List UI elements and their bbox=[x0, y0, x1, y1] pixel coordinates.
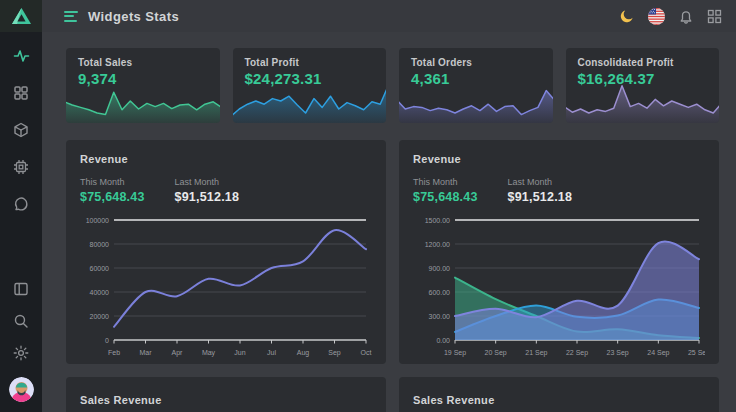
svg-text:19 Sep: 19 Sep bbox=[444, 349, 466, 357]
triangle-logo-icon bbox=[11, 7, 32, 25]
total-orders-sparkline bbox=[399, 77, 553, 123]
stat-label: Consolidated Profit bbox=[578, 57, 708, 68]
chat-icon bbox=[13, 196, 29, 212]
avatar-image bbox=[9, 377, 34, 402]
svg-text:Apr: Apr bbox=[172, 349, 184, 357]
revenue-summary: This Month $75,648.43 Last Month $91,512… bbox=[413, 177, 705, 204]
sidebar-item-widgets[interactable] bbox=[13, 85, 29, 101]
svg-text:24 Sep: 24 Sep bbox=[647, 349, 669, 357]
svg-text:20 Sep: 20 Sep bbox=[485, 349, 507, 357]
last-month-value: $91,512.18 bbox=[508, 190, 573, 204]
apps-icon[interactable] bbox=[707, 9, 722, 24]
sidebar-item-products[interactable] bbox=[13, 122, 29, 138]
svg-text:100000: 100000 bbox=[86, 217, 109, 224]
svg-text:1500.00: 1500.00 bbox=[425, 217, 450, 224]
card-title: Revenue bbox=[80, 153, 372, 165]
last-month-group: Last Month $91,512.18 bbox=[508, 177, 573, 204]
us-flag-icon[interactable] bbox=[648, 8, 665, 25]
svg-text:0.00: 0.00 bbox=[436, 337, 450, 344]
bell-icon[interactable] bbox=[678, 8, 694, 24]
last-month-group: Last Month $91,512.18 bbox=[175, 177, 240, 204]
sales-revenue-left-card: Sales Revenue $9,641.26 bbox=[66, 377, 386, 412]
user-avatar[interactable] bbox=[9, 377, 34, 402]
sidebar-item-dashboard[interactable] bbox=[13, 48, 30, 64]
this-month-value: $75,648.43 bbox=[80, 190, 145, 204]
revenue-summary: This Month $75,648.43 Last Month $91,512… bbox=[80, 177, 372, 204]
header-actions bbox=[619, 8, 722, 25]
svg-text:40000: 40000 bbox=[90, 289, 110, 296]
menu-icon[interactable] bbox=[64, 8, 78, 24]
stat-card-total-profit: Total Profit $24,273.31 bbox=[233, 48, 387, 123]
sidebar-item-messages[interactable] bbox=[13, 196, 29, 212]
svg-text:300.00: 300.00 bbox=[429, 313, 451, 320]
sidebar bbox=[0, 0, 42, 412]
top-header: Widgets Stats bbox=[42, 0, 736, 32]
sales-revenue-right-card: Sales Revenue $9,641.26 bbox=[399, 377, 719, 412]
stat-card-total-orders: Total Orders 4,361 bbox=[399, 48, 553, 123]
svg-text:May: May bbox=[202, 349, 216, 357]
sidebar-nav bbox=[13, 48, 30, 212]
activity-icon bbox=[13, 48, 30, 64]
svg-text:23 Sep: 23 Sep bbox=[607, 349, 629, 357]
app-logo[interactable] bbox=[0, 0, 42, 32]
svg-text:Jul: Jul bbox=[267, 349, 276, 356]
app-root: Widgets Stats bbox=[0, 0, 736, 412]
this-month-group: This Month $75,648.43 bbox=[413, 177, 478, 204]
this-month-label: This Month bbox=[413, 177, 478, 187]
revenue-daily-chart: 0.00300.00600.00900.001200.001500.0019 S… bbox=[413, 210, 705, 360]
settings-icon bbox=[13, 345, 29, 361]
sidebar-item-system[interactable] bbox=[13, 159, 29, 175]
svg-text:60000: 60000 bbox=[90, 265, 110, 272]
total-profit-sparkline bbox=[233, 77, 387, 123]
svg-text:Jun: Jun bbox=[234, 349, 245, 356]
page-title: Widgets Stats bbox=[88, 9, 179, 24]
revenue-monthly-card: Revenue This Month $75,648.43 Last Month… bbox=[66, 140, 386, 364]
this-month-group: This Month $75,648.43 bbox=[80, 177, 145, 204]
stat-card-consolidated-profit: Consolidated Profit $16,264.37 bbox=[566, 48, 720, 123]
card-title: Revenue bbox=[413, 153, 705, 165]
svg-text:1200.00: 1200.00 bbox=[425, 241, 450, 248]
revenue-daily-card: Revenue This Month $75,648.43 Last Month… bbox=[399, 140, 719, 364]
sidebar-item-settings[interactable] bbox=[13, 345, 29, 361]
last-month-value: $91,512.18 bbox=[175, 190, 240, 204]
main-area: Widgets Stats bbox=[42, 0, 736, 412]
this-month-value: $75,648.43 bbox=[413, 190, 478, 204]
total-sales-sparkline bbox=[66, 77, 220, 123]
svg-text:20000: 20000 bbox=[90, 313, 110, 320]
bottom-row: Sales Revenue $9,641.26 Sales Revenue $9… bbox=[66, 377, 719, 412]
svg-text:900.00: 900.00 bbox=[429, 265, 451, 272]
search-icon bbox=[13, 313, 29, 329]
revenue-monthly-chart: 020000400006000080000100000FebMarAprMayJ… bbox=[80, 210, 372, 360]
sidebar-item-layout[interactable] bbox=[13, 281, 29, 297]
stats-row: Total Sales 9,374 Total Profit $24,273.3… bbox=[66, 48, 719, 123]
layout-icon bbox=[13, 281, 29, 297]
svg-text:Feb: Feb bbox=[108, 349, 120, 356]
cpu-icon bbox=[13, 159, 29, 175]
svg-text:22 Sep: 22 Sep bbox=[566, 349, 588, 357]
svg-text:Sep: Sep bbox=[328, 349, 341, 357]
svg-text:80000: 80000 bbox=[90, 241, 110, 248]
stat-card-total-sales: Total Sales 9,374 bbox=[66, 48, 220, 123]
sidebar-item-search[interactable] bbox=[13, 313, 29, 329]
last-month-label: Last Month bbox=[175, 177, 240, 187]
sidebar-bottom bbox=[9, 281, 34, 412]
card-title: Sales Revenue bbox=[80, 394, 162, 406]
stat-label: Total Profit bbox=[245, 57, 375, 68]
moon-icon[interactable] bbox=[619, 8, 635, 24]
svg-text:0: 0 bbox=[105, 337, 109, 344]
svg-text:21 Sep: 21 Sep bbox=[525, 349, 547, 357]
content: Total Sales 9,374 Total Profit $24,273.3… bbox=[42, 32, 736, 412]
svg-text:25 Sep: 25 Sep bbox=[688, 349, 705, 357]
svg-text:Oct: Oct bbox=[361, 349, 372, 356]
stat-label: Total Sales bbox=[78, 57, 208, 68]
card-title: Sales Revenue bbox=[413, 394, 495, 406]
charts-row: Revenue This Month $75,648.43 Last Month… bbox=[66, 140, 719, 364]
grid-icon bbox=[13, 85, 29, 101]
consolidated-profit-sparkline bbox=[566, 77, 720, 123]
box-icon bbox=[13, 122, 29, 138]
svg-text:Aug: Aug bbox=[297, 349, 310, 357]
svg-text:Mar: Mar bbox=[139, 349, 152, 356]
last-month-label: Last Month bbox=[508, 177, 573, 187]
stat-label: Total Orders bbox=[411, 57, 541, 68]
svg-text:600.00: 600.00 bbox=[429, 289, 451, 296]
